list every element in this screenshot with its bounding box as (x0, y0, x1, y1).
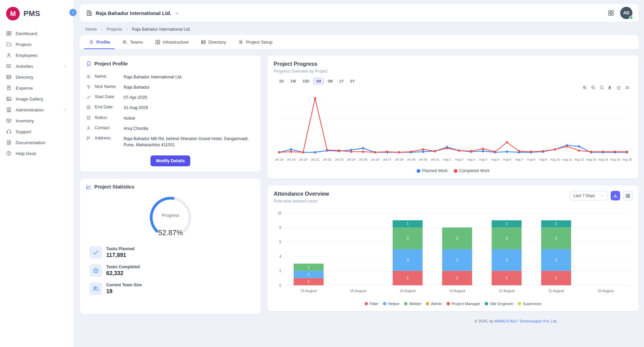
svg-text:3: 3 (456, 236, 458, 240)
company-selector[interactable]: Raja Bahadur International Ltd. (86, 10, 179, 16)
legend-item[interactable]: Completed Work (454, 168, 489, 173)
legend-item[interactable]: Site Engineer (485, 302, 513, 306)
tab-profile[interactable]: Profile (84, 35, 115, 49)
svg-text:Aug 6: Aug 6 (503, 157, 511, 161)
legend-item[interactable]: Admin (426, 302, 442, 306)
sidebar-item-employees[interactable]: Employees (0, 50, 73, 61)
list-icon (6, 63, 12, 69)
range-5y-button[interactable]: 5Y (348, 78, 357, 85)
table-view-button[interactable] (623, 191, 632, 200)
sidebar-item-expense[interactable]: Expense (0, 82, 73, 93)
sidebar-item-documentation[interactable]: Documentation (0, 137, 73, 148)
sidebar-item-administration[interactable]: Administration (0, 104, 73, 115)
svg-text:16 August: 16 August (301, 289, 317, 293)
range-1d-button[interactable]: 1D (276, 78, 287, 85)
check-icon (86, 95, 91, 100)
svg-text:1: 1 (308, 280, 310, 284)
legend-item[interactable]: Helper (383, 302, 400, 306)
svg-text:Jul 23: Jul 23 (335, 157, 343, 161)
sidebar-collapse-button[interactable] (69, 9, 77, 16)
star-icon (90, 264, 102, 277)
svg-text:10 August: 10 August (598, 289, 614, 293)
sidebar: M PMS Dashboard Projects Employees Activ… (0, 0, 73, 347)
sidebar-item-inventory[interactable]: Inventory (0, 115, 73, 126)
gear-icon (86, 74, 91, 79)
sidebar-item-help-desk[interactable]: Help Desk (0, 148, 73, 159)
tab-label: Infrastructure (163, 40, 189, 45)
svg-text:Aug 10: Aug 10 (550, 157, 560, 161)
tab-project-setup[interactable]: Project Setup (234, 35, 277, 49)
svg-text:2: 2 (407, 276, 409, 280)
tab-infrastructure[interactable]: Infrastructure (150, 35, 194, 49)
top-header: Raja Bahadur International Ltd. AD (80, 4, 639, 22)
row-label: Name: (95, 74, 120, 79)
stat-tasks-completed: Tasks Completed 62,332 (90, 264, 255, 277)
svg-text:Aug 5: Aug 5 (491, 157, 499, 161)
progress-gauge: Progress 52.87% (86, 194, 255, 241)
legend-item[interactable]: Welder (404, 302, 421, 306)
profile-row-name: Name: Raja Bahadur International Ltd. (86, 72, 255, 82)
legend-item[interactable]: Project Manager (447, 302, 480, 306)
date-filter-select[interactable]: Last 7 Days (570, 191, 608, 200)
range-15d-button[interactable]: 15D (300, 78, 312, 85)
project-progress-card: Project Progress Progress Overview by Pr… (268, 56, 639, 179)
sidebar-item-directory[interactable]: Directory (0, 72, 73, 82)
legend-item[interactable]: Fitter (365, 302, 379, 306)
sidebar-item-dashboard[interactable]: Dashboard (0, 28, 73, 39)
sidebar-item-label: Administration (16, 107, 44, 112)
time-range-selector: 1D 1W 15D 1M 3M 1Y 5Y (276, 78, 632, 85)
brand[interactable]: M PMS (0, 4, 73, 28)
tab-teams[interactable]: Teams (117, 35, 147, 49)
legend-item[interactable]: Planned Work (417, 168, 448, 173)
zoom-in-icon[interactable] (582, 85, 587, 90)
pan-icon[interactable] (608, 85, 613, 90)
modify-details-button[interactable]: Modify Details (150, 155, 190, 166)
person-icon (6, 52, 12, 58)
flag-icon (86, 136, 91, 141)
document-icon (6, 140, 12, 145)
sidebar-item-label: Help Desk (16, 151, 36, 156)
svg-text:3: 3 (407, 258, 409, 262)
svg-text:2: 2 (555, 276, 557, 280)
selection-zoom-icon[interactable] (599, 85, 604, 90)
reset-zoom-icon[interactable] (616, 85, 621, 90)
company-name: Raja Bahadur International Ltd. (96, 10, 172, 16)
sidebar-item-label: Employees (16, 53, 37, 58)
range-1m-button[interactable]: 1M (313, 78, 324, 85)
chevron-right-icon (63, 108, 67, 112)
sidebar-item-support[interactable]: Support (0, 126, 73, 137)
svg-text:Jul 19: Jul 19 (287, 157, 295, 161)
breadcrumb-home[interactable]: Home (85, 27, 97, 32)
filter-value: Last 7 Days (574, 193, 595, 198)
svg-text:3: 3 (555, 236, 557, 240)
attendance-chart[interactable]: 024681016 August11115 August14 August233… (274, 207, 632, 300)
sidebar-item-activities[interactable]: Activities (0, 61, 73, 72)
row-value: 31-Aug-2025 (124, 105, 255, 111)
svg-text:Jul 26: Jul 26 (371, 157, 379, 161)
chart-menu-icon[interactable] (625, 85, 630, 90)
range-3m-button[interactable]: 3M (325, 78, 335, 85)
line-chart-icon (86, 184, 92, 190)
legend-marker (426, 302, 429, 305)
zoom-out-icon[interactable] (591, 85, 596, 90)
range-1y-button[interactable]: 1Y (336, 78, 346, 85)
breadcrumb-projects[interactable]: Projects (107, 27, 122, 32)
svg-text:Aug 14: Aug 14 (598, 157, 608, 161)
check-icon (90, 246, 102, 259)
table-icon (625, 193, 630, 198)
project-progress-chart[interactable]: Jul 18Jul 19Jul 20Jul 21Jul 22Jul 23Jul … (274, 91, 632, 166)
svg-text:Aug 4: Aug 4 (479, 157, 487, 161)
range-1w-button[interactable]: 1W (288, 78, 299, 85)
sidebar-item-projects[interactable]: Projects (0, 39, 73, 50)
svg-text:14 August: 14 August (400, 289, 416, 293)
shield-icon (86, 116, 91, 120)
headset-icon (6, 129, 12, 134)
tab-directory[interactable]: Directory (196, 35, 231, 49)
svg-text:2: 2 (456, 276, 458, 280)
sidebar-item-image-gallery[interactable]: Image Gallery (0, 93, 73, 104)
bar-view-button[interactable] (611, 191, 620, 200)
company-link[interactable]: MARCO AIoT Technologies Pvt. Ltd. (495, 319, 558, 323)
user-avatar[interactable]: AD (620, 7, 632, 19)
apps-grid-icon[interactable] (608, 10, 614, 16)
legend-item[interactable]: Supervisor (518, 302, 542, 306)
